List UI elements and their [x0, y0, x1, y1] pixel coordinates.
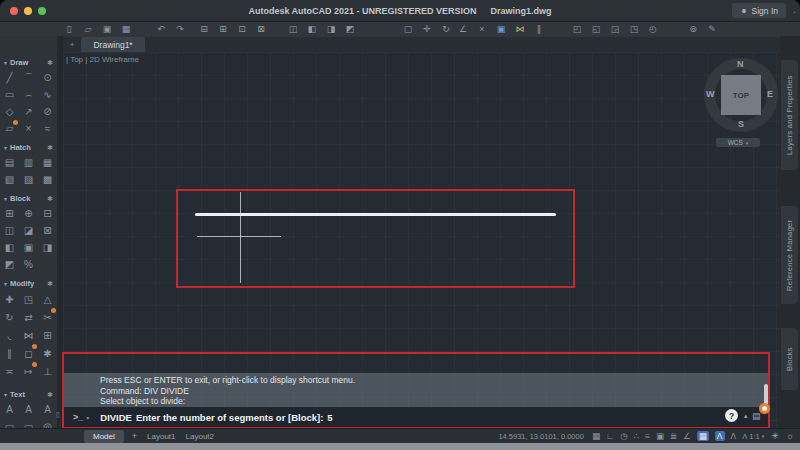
break-tool[interactable]: ⊥: [38, 362, 57, 380]
section-header-hatch[interactable]: ▾Hatch✱: [0, 141, 57, 154]
object-snap-toggle[interactable]: ▣: [656, 431, 664, 441]
sheet-set-icon[interactable]: ◫: [286, 23, 300, 36]
plot-preview-icon[interactable]: ⊞: [216, 23, 230, 36]
tab-layout1[interactable]: Layout1: [147, 432, 175, 441]
minimize-window-button[interactable]: [24, 7, 32, 15]
stretch-tool[interactable]: ⇄: [19, 308, 38, 326]
single-line-text-tool[interactable]: A: [19, 401, 38, 418]
annotation-scale-dropdown[interactable]: Λ 1:1 ▾: [742, 432, 764, 441]
copy-icon[interactable]: ▣: [494, 23, 508, 36]
viewcube-west[interactable]: W: [706, 89, 715, 99]
mirror-tool-tool[interactable]: ⋈: [19, 326, 38, 344]
maximize-window-button[interactable]: [38, 7, 46, 15]
add-layout-button[interactable]: +: [132, 431, 137, 441]
write-block-tool[interactable]: ◫: [0, 222, 19, 239]
save-icon[interactable]: ▣: [100, 23, 114, 36]
insert-block-tool[interactable]: ⊞: [0, 205, 19, 222]
layout-left-icon[interactable]: ◧: [305, 23, 319, 36]
selection-window-icon[interactable]: ▢: [401, 23, 415, 36]
orbit-icon[interactable]: ↻: [439, 23, 453, 36]
spline-tool[interactable]: ∿: [38, 86, 57, 103]
gear-icon[interactable]: ✱: [47, 59, 53, 67]
group-edit-tool[interactable]: %: [19, 256, 38, 273]
attribute-display-tool[interactable]: ▣: [19, 239, 38, 256]
section-header-modify[interactable]: ▾Modify✱: [0, 277, 57, 290]
block-editor-tool[interactable]: ⊟: [38, 205, 57, 222]
viewport-controls[interactable]: | Top | 2D Wireframe: [66, 55, 139, 64]
wcs-dropdown[interactable]: WCS ▾: [716, 138, 760, 147]
section-header-block[interactable]: ▾Block✱: [0, 192, 57, 205]
export-pdf-icon[interactable]: ⊠: [254, 23, 268, 36]
workspace-switching-icon[interactable]: ✳: [771, 431, 779, 441]
keyboard-icon[interactable]: ▤: [752, 411, 761, 421]
viewcube-top-face[interactable]: TOP: [721, 75, 761, 115]
solid-fill-tool[interactable]: ▧: [0, 171, 19, 188]
layer-walk-icon[interactable]: ◴: [646, 23, 660, 36]
palette-handle-icon[interactable]: ▯: [56, 411, 60, 419]
point-tool[interactable]: ×: [19, 120, 38, 137]
multiline-text-tool[interactable]: A: [0, 401, 19, 418]
lengthen-tool[interactable]: ↦: [19, 362, 38, 380]
polyline-tool[interactable]: ▱: [0, 120, 19, 137]
revision-cloud-tool[interactable]: ≈: [38, 120, 57, 137]
attribute-tool[interactable]: ◪: [19, 222, 38, 239]
osnap-tracking-toggle[interactable]: ∴: [634, 431, 639, 441]
trim-tool[interactable]: ✂: [38, 308, 57, 326]
lineweight-display-toggle[interactable]: ≣: [670, 431, 677, 441]
redo-icon[interactable]: ↷: [173, 23, 187, 36]
layer-properties-icon[interactable]: ◰: [570, 23, 584, 36]
new-drawing-icon[interactable]: +: [70, 40, 75, 49]
undo-icon[interactable]: ↶: [154, 23, 168, 36]
polygon-tool[interactable]: ◇: [0, 103, 19, 120]
match-layer-icon[interactable]: ◳: [627, 23, 641, 36]
layout-right-icon[interactable]: ◨: [324, 23, 338, 36]
ungroup-tool[interactable]: ◩: [0, 256, 19, 273]
copy-tool-tool[interactable]: ◳: [19, 290, 38, 308]
new-file-icon[interactable]: ▯: [62, 23, 76, 36]
array-tool[interactable]: ⊞: [38, 326, 57, 344]
ellipse-tool[interactable]: ⊘: [38, 103, 57, 120]
viewcube-south[interactable]: S: [738, 119, 744, 129]
close-window-button[interactable]: [10, 7, 18, 15]
join-tool[interactable]: ≍: [0, 362, 19, 380]
sign-in-button[interactable]: ☻ Sign In: [732, 3, 786, 18]
annotate-tool[interactable]: A: [38, 401, 57, 418]
history-expand-icon[interactable]: ▴: [744, 412, 748, 420]
create-block-tool[interactable]: ⊕: [19, 205, 38, 222]
sync-attributes-tool[interactable]: ⊠: [38, 222, 57, 239]
panel-tab-blocks[interactable]: Blocks: [781, 328, 798, 390]
properties-match-icon[interactable]: ⊚: [686, 23, 700, 36]
circle-tool[interactable]: ⊙: [38, 69, 57, 86]
tab-model[interactable]: Model: [84, 430, 124, 443]
tolerance-tool[interactable]: ▩: [38, 171, 57, 188]
chevron-down-icon[interactable]: ⌄: [792, 7, 797, 14]
elliptical-arc-tool[interactable]: ⌢: [19, 86, 38, 103]
gear-icon[interactable]: ☼: [786, 431, 794, 441]
pan-icon[interactable]: ✛: [420, 23, 434, 36]
isometric-drafting-toggle[interactable]: ∠: [683, 431, 691, 441]
section-header-text[interactable]: ▾Text✱: [0, 388, 57, 401]
help-button[interactable]: ?: [725, 409, 738, 422]
open-file-icon[interactable]: ▱: [81, 23, 95, 36]
group-tool[interactable]: ◨: [38, 239, 57, 256]
command-input-bar[interactable]: >_ ▾ DIVIDE Enter the number of segments…: [64, 407, 768, 427]
panel-tab-reference-manager[interactable]: Reference Manager: [781, 206, 798, 304]
fillet-tool[interactable]: ◟: [0, 326, 19, 344]
make-current-icon[interactable]: ◲: [608, 23, 622, 36]
erase-tool-tool[interactable]: ◻: [19, 344, 38, 362]
polar-tracking-toggle[interactable]: ◷: [620, 431, 627, 441]
edit-attributes-icon[interactable]: ✎: [705, 23, 719, 36]
mirror-icon[interactable]: ⋈: [513, 23, 527, 36]
tab-drawing1[interactable]: Drawing1*: [81, 37, 144, 52]
line-tool[interactable]: ╱: [0, 69, 19, 86]
scale-tool[interactable]: △: [38, 290, 57, 308]
offset-icon[interactable]: ∥: [532, 23, 546, 36]
chevron-down-icon[interactable]: ▾: [86, 414, 89, 421]
section-header-draw[interactable]: ▾Draw✱: [0, 56, 57, 69]
hatch-tool[interactable]: ▤: [0, 154, 19, 171]
viewcube-north[interactable]: N: [737, 59, 744, 69]
print-icon[interactable]: ⊟: [197, 23, 211, 36]
selection-cycling-toggle[interactable]: ▦: [697, 431, 709, 441]
offset-tool-tool[interactable]: ∥: [0, 344, 19, 362]
save-as-icon[interactable]: ▦: [119, 23, 133, 36]
